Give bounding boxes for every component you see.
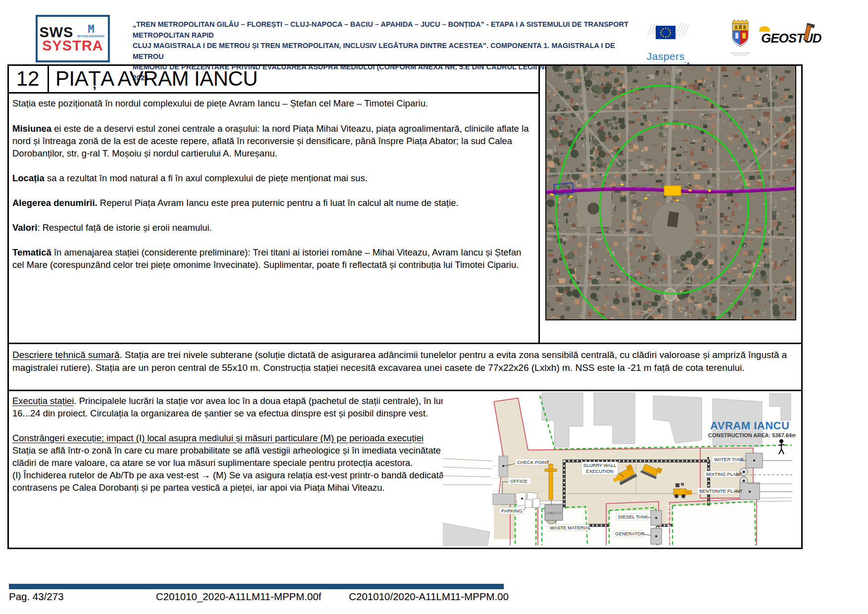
constraints-text-1: Stația se află într-o zonă în care cu ma… xyxy=(12,444,479,469)
label-execution: EXECUTION xyxy=(586,468,614,474)
constraints-heading-text: Constrângeri execuție; impact (I) local … xyxy=(12,433,424,443)
paragraph-valori: Valori: Respectul față de istorie și ero… xyxy=(12,221,531,234)
technical-description: Descriere tehnică sumară. Stația are tre… xyxy=(12,349,794,374)
satellite-map xyxy=(545,65,796,320)
paragraph-text: sa a rezultat în mod natural a fi în axu… xyxy=(45,173,368,183)
station-number: 12 xyxy=(7,65,48,92)
label-parking: PARKING xyxy=(501,508,522,513)
page-number: Pag. 43/273 xyxy=(9,591,64,603)
paragraph-lead: Misiunea xyxy=(12,123,51,134)
pdf-page: SWS M METRANS ENGINEERING SYSTRA „TREN M… xyxy=(0,0,868,614)
coat-of-arms-caption-placeholder xyxy=(730,52,750,53)
page-title: PIAȚA AVRAM IANCU xyxy=(55,65,258,92)
table-border-right xyxy=(801,64,803,549)
paragraph-text: : Respectul față de istorie și eroii nea… xyxy=(37,222,212,233)
paragraph-lead: Valori xyxy=(12,222,37,233)
paragraph-text: ei este de a deservi estul zonei central… xyxy=(12,123,529,158)
paragraph-lead: Tematică xyxy=(12,247,51,257)
label-check-point: CHECK POINT xyxy=(517,460,549,465)
eu-flag-icon xyxy=(641,22,690,48)
station-box xyxy=(664,186,681,196)
paragraph-lead: Alegerea denumirii. xyxy=(12,198,97,208)
paragraph-locatia: Locația sa a rezultat în mod natural a f… xyxy=(12,172,531,184)
header-line-2: CLUJ MAGISTRALA I DE METROU ȘI TREN METR… xyxy=(133,41,635,62)
paragraph-tematica: Tematică în amenajarea stației (consider… xyxy=(12,246,531,271)
label-generator: GENERATOR xyxy=(615,531,644,536)
sws-logo-text: SWS xyxy=(39,26,73,39)
paragraph-misiunea: Misiunea ei este de a deservi estul zone… xyxy=(12,122,531,159)
label-water-tank: WATER TANK xyxy=(714,457,744,462)
cluj-coat-of-arms xyxy=(728,19,752,55)
constraints-text-2: (I) Închiderea rutelor de Ab/Tb pe axa v… xyxy=(12,469,479,494)
doc-code-1: C201010_2020-A11LM11-MPPM.00f xyxy=(156,591,321,603)
label-mixing-plant: MIXTING PLANT xyxy=(706,471,742,477)
technical-lead: Descriere tehnică sumară xyxy=(12,350,119,360)
section-border-1 xyxy=(7,343,803,344)
street-name-vertical: PIATA AV xyxy=(665,505,673,545)
label-waste-material: WASTE MATERIAL xyxy=(550,525,591,530)
coat-of-arms-icon xyxy=(729,19,751,50)
plan-area-label: CONSTRUCTION AREA: 5367.64mq xyxy=(708,432,796,438)
label-office: OFFICE xyxy=(510,478,528,484)
water-tank-marker xyxy=(707,457,709,459)
section-border-2 xyxy=(7,390,803,391)
table-border-left xyxy=(7,64,9,549)
paragraph-text: în amenajarea stației (considerente prel… xyxy=(12,247,521,270)
title-row-border xyxy=(7,92,539,94)
sws-systra-logo: SWS M METRANS ENGINEERING SYSTRA xyxy=(36,15,110,62)
execution-section: Execuția stației. Principalele lucrări l… xyxy=(12,395,479,494)
metrans-caption: METRANS ENGINEERING xyxy=(78,34,105,39)
plan-title: AVRAM IANCU xyxy=(710,419,789,432)
doc-code-2: C201010/2020-A11LM11-MPPM.00 xyxy=(349,591,509,603)
label-slurry-wall: SLURRY WALL xyxy=(583,462,616,468)
metrans-m-icon: M xyxy=(88,25,94,34)
systra-logo-text: SYSTRA xyxy=(42,39,103,52)
station-intro: Stația este poziționată în nordul comple… xyxy=(12,97,530,109)
column-divider xyxy=(538,64,540,344)
paragraph-text: Reperul Piața Avram Iancu este prea pute… xyxy=(97,198,459,208)
paragraph-alegerea: Alegerea denumirii. Reperul Piața Avram … xyxy=(12,197,531,209)
label-bentonite-plant: BENTONITE PLANT xyxy=(699,488,743,494)
execution-lead: Execuția stației xyxy=(12,396,74,406)
label-diesel-tank: DIESEL TANK xyxy=(618,514,648,519)
technical-text: . Stația are trei nivele subterane (solu… xyxy=(12,350,787,373)
execution-paragraph: Execuția stației. Principalele lucrări l… xyxy=(12,395,479,419)
paragraph-lead: Locația xyxy=(12,173,45,183)
constraints-heading: Constrângeri execuție; impact (I) local … xyxy=(12,432,479,444)
satellite-map-figure xyxy=(546,66,795,319)
footer-bar xyxy=(9,584,504,589)
geostud-logo-text: GEOSTUD xyxy=(761,31,821,46)
helmet-icon xyxy=(759,26,770,32)
table-border-bottom xyxy=(7,548,803,549)
geostud-logo: GEOSTUD xyxy=(761,31,821,46)
coat-of-arms-caption-placeholder-2 xyxy=(733,54,748,55)
construction-site-plan: CHECK POINT OFFICE SLURRY WALL EXECUTION… xyxy=(443,392,796,546)
station-description: Misiunea ei este de a deservi estul zone… xyxy=(12,122,531,283)
execution-text: . Principalele lucrări la stație vor ave… xyxy=(12,396,455,418)
header-line-1: „TREN METROPOLITAN GILĂU – FLOREȘTI – CL… xyxy=(133,19,635,41)
jaspers-logo-text: Jaspers xyxy=(638,51,693,62)
